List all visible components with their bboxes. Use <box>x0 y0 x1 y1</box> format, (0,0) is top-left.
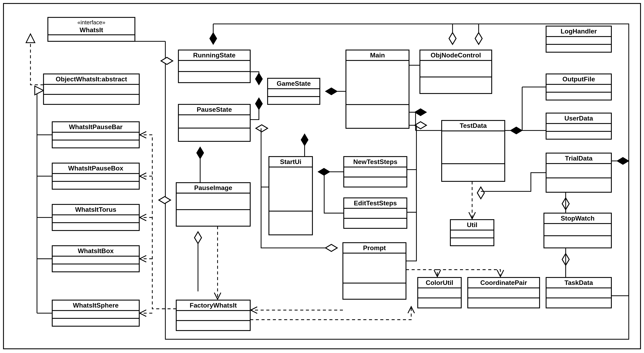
class-name: TaskData <box>564 279 593 286</box>
class-name: PauseImage <box>194 184 232 191</box>
class-name: StopWatch <box>561 215 594 222</box>
class-LogHandler: LogHandler <box>546 26 612 52</box>
class-name: OutputFile <box>562 75 595 83</box>
class-WhatsItSphere: WhatsItSphere <box>52 300 139 326</box>
class-name: GameState <box>277 80 311 87</box>
class-name: Main <box>370 51 385 59</box>
class-WhatsIt: «interface»WhatsIt <box>48 17 135 41</box>
class-ObjectWhatsIt: ObjectWhatsIt:abstract <box>44 74 139 104</box>
class-ObjNodeControl: ObjNodeControl <box>420 50 492 94</box>
class-name: FactoryWhatsIt <box>190 302 237 309</box>
class-name: NewTestSteps <box>353 158 398 165</box>
class-name: WhatsItSphere <box>73 302 118 309</box>
class-NewTestSteps: NewTestSteps <box>344 157 407 187</box>
class-name: UserData <box>564 115 593 122</box>
class-name: PauseState <box>197 106 232 113</box>
class-name: ColorUtil <box>426 279 453 286</box>
uml-class-diagram: «interface»WhatsItObjectWhatsIt:abstract… <box>0 0 644 352</box>
svg-rect-38 <box>346 50 409 128</box>
class-name: ObjNodeControl <box>430 51 481 59</box>
class-name: Prompt <box>363 244 386 252</box>
class-name: EditTestSteps <box>354 199 397 207</box>
class-GameState: GameState <box>268 78 320 104</box>
class-RunningState: RunningState <box>178 50 250 83</box>
class-WhatsItPauseBar: WhatsItPauseBar <box>52 122 139 148</box>
class-WhatsItBox: WhatsItBox <box>52 246 139 272</box>
class-StartUi: StartUi <box>269 157 312 235</box>
class-name: StartUi <box>280 158 302 165</box>
class-name: TestData <box>460 122 487 129</box>
svg-rect-35 <box>269 157 312 235</box>
class-CoordinatePair: CoordinatePair <box>468 278 540 308</box>
svg-rect-53 <box>442 120 505 181</box>
class-name: WhatsItPauseBox <box>68 165 123 172</box>
class-name: RunningState <box>193 51 236 59</box>
class-OutputFile: OutputFile <box>546 74 612 100</box>
class-TestData: TestData <box>442 120 505 181</box>
class-UserData: UserData <box>546 113 612 139</box>
class-name: Util <box>467 221 478 229</box>
class-name: WhatsItTorus <box>75 206 116 213</box>
class-FactoryWhatsIt: FactoryWhatsIt <box>176 300 250 331</box>
class-name: LogHandler <box>561 27 597 35</box>
class-PauseState: PauseState <box>178 104 250 141</box>
class-name: ObjectWhatsIt:abstract <box>56 75 127 83</box>
stereotype: «interface» <box>78 19 105 25</box>
class-EditTestSteps: EditTestSteps <box>344 198 407 228</box>
class-name: WhatsItPauseBar <box>69 123 122 131</box>
class-ColorUtil: ColorUtil <box>418 278 461 308</box>
class-Prompt: Prompt <box>343 243 406 299</box>
class-name: WhatsItBox <box>78 247 114 255</box>
class-Util: Util <box>450 220 494 246</box>
class-name: CoordinatePair <box>480 279 527 286</box>
class-TaskData: TaskData <box>546 278 612 308</box>
class-PauseImage: PauseImage <box>176 183 250 226</box>
class-StopWatch: StopWatch <box>544 213 612 248</box>
class-TrialData: TrialData <box>546 153 612 192</box>
class-WhatsItTorus: WhatsItTorus <box>52 204 139 231</box>
class-name: WhatsIt <box>80 26 103 33</box>
class-Main: Main <box>346 50 409 128</box>
class-name: TrialData <box>565 155 592 162</box>
class-WhatsItPauseBox: WhatsItPauseBox <box>52 163 139 189</box>
